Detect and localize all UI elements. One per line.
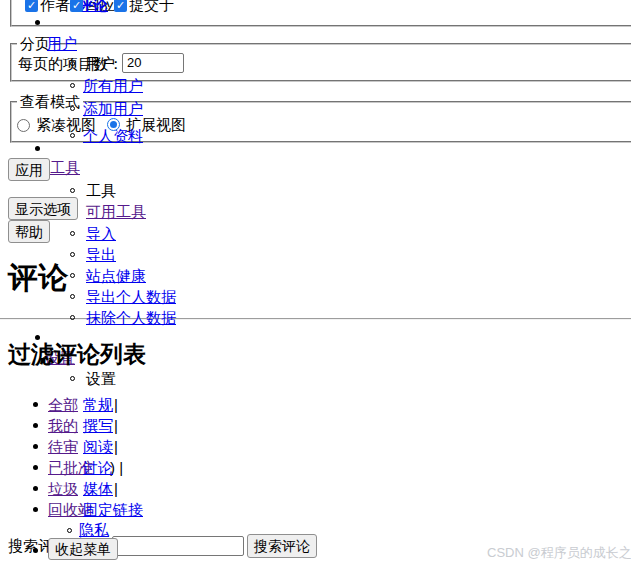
circle-bullet-icon (70, 252, 75, 257)
menu-separator-bullet-icon (35, 20, 40, 25)
filter-separator: | (114, 396, 118, 413)
submenu-available-tools-link[interactable]: 可用工具 (86, 203, 146, 220)
items-per-page-input[interactable]: 20 (122, 53, 184, 73)
circle-bullet-icon (70, 133, 75, 138)
bullet-icon (33, 507, 38, 512)
bullet-icon (33, 402, 38, 407)
column-author-checkbox[interactable]: ✓ (25, 0, 38, 12)
menu-users-link[interactable]: 用户 (47, 35, 77, 52)
submenu-media-link[interactable]: 媒体 (83, 480, 113, 497)
submenu-add-user-link[interactable]: 添加用户 (83, 100, 143, 117)
circle-bullet-icon (70, 61, 75, 66)
circle-bullet-icon (70, 294, 75, 299)
submenu-all-users-link[interactable]: 所有用户 (83, 77, 143, 94)
bullet-icon (33, 486, 38, 491)
column-submitted-checkbox[interactable]: ✓ (114, 0, 127, 12)
submenu-tools-head: 工具 (86, 182, 116, 199)
search-comments-input[interactable] (112, 536, 244, 556)
filter-all-link[interactable]: 全部 (48, 396, 78, 413)
circle-bullet-icon (70, 83, 75, 88)
submenu-permalinks-link[interactable]: 固定链接 (83, 501, 143, 518)
circle-bullet-icon (70, 188, 75, 193)
submenu-reading-link[interactable]: 阅读 (83, 438, 113, 455)
page-title: 评论 (8, 262, 68, 294)
expanded-view-radio[interactable] (107, 118, 120, 131)
menu-separator-bullet-icon (33, 548, 38, 553)
circle-bullet-icon (70, 315, 75, 320)
filter-separator: | (114, 480, 118, 497)
column-response-checkbox[interactable]: ✓ (70, 0, 83, 12)
screen-options-button[interactable]: 显示选项 (8, 197, 78, 220)
submenu-users-head: 用户 (85, 55, 115, 72)
menu-separator-bullet-icon (35, 335, 40, 340)
collapse-menu-button[interactable]: 收起菜单 (48, 538, 118, 560)
compact-view-radio[interactable] (17, 119, 30, 132)
wordpress-admin-comments-page: { "screen_options": { "columns": { "auth… (0, 0, 631, 562)
filter-separator: | (114, 438, 118, 455)
circle-bullet-icon (70, 376, 75, 381)
circle-bullet-icon (70, 273, 75, 278)
filter-mine-link[interactable]: 我的 (48, 417, 78, 434)
filter-heading: 过滤评论列表 (8, 341, 146, 367)
csdn-watermark: CSDN @程序员的成长之路 (487, 544, 631, 562)
filter-spam-link[interactable]: 垃圾 (48, 480, 78, 497)
submenu-discussion-link[interactable]: 讨论 (83, 459, 113, 476)
bullet-icon (33, 465, 38, 470)
filter-separator: | (114, 417, 118, 434)
bullet-icon (33, 444, 38, 449)
circle-bullet-icon (67, 528, 72, 533)
submenu-privacy-link[interactable]: 隐私 (79, 521, 109, 538)
submenu-general-link[interactable]: 常规 (83, 396, 113, 413)
search-comments-button[interactable]: 搜索评论 (247, 534, 317, 558)
help-button[interactable]: 帮助 (8, 220, 50, 243)
bullet-icon (33, 423, 38, 428)
circle-bullet-icon (70, 231, 75, 236)
filter-pending-link[interactable]: 待审 (48, 438, 78, 455)
submenu-erase-personal-data-link[interactable]: 抹除个人数据 (86, 309, 176, 326)
column-submitted-label: 提交于 (129, 0, 174, 13)
submenu-settings-head: 设置 (86, 370, 116, 387)
apply-button[interactable]: 应用 (8, 158, 50, 181)
submenu-writing-link[interactable]: 撰写 (83, 417, 113, 434)
submenu-site-health-link[interactable]: 站点健康 (86, 267, 146, 284)
menu-tools-link[interactable]: 工具 (50, 159, 80, 176)
circle-bullet-icon (70, 106, 75, 111)
menu-separator-bullet-icon (35, 146, 40, 151)
submenu-export-link[interactable]: 导出 (86, 246, 116, 263)
submenu-import-link[interactable]: 导入 (86, 225, 116, 242)
submenu-export-personal-data-link[interactable]: 导出个人数据 (86, 288, 176, 305)
column-author-label: 作者 (40, 0, 70, 13)
